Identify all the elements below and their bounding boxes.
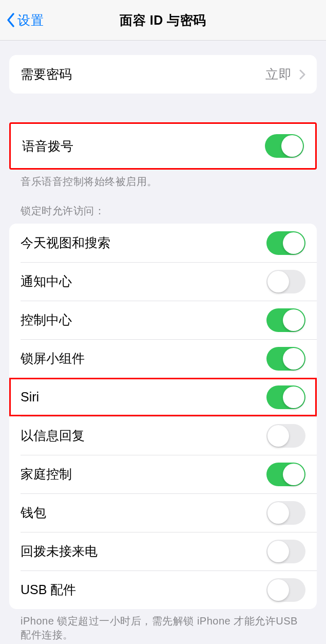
require-passcode-row[interactable]: 需要密码 立即 bbox=[9, 55, 317, 94]
locked-access-label: 家庭控制 bbox=[21, 466, 72, 483]
locked-access-toggle[interactable] bbox=[266, 463, 305, 486]
require-passcode-group: 需要密码 立即 bbox=[9, 55, 317, 94]
page-title: 面容 ID 与密码 bbox=[120, 12, 206, 29]
locked-access-row: 通知中心 bbox=[9, 262, 317, 301]
locked-access-row: 锁屏小组件 bbox=[9, 339, 317, 378]
locked-access-label: 钱包 bbox=[21, 504, 46, 521]
locked-access-row: 钱包 bbox=[9, 493, 317, 532]
locked-access-header: 锁定时允许访问： bbox=[9, 204, 317, 218]
locked-access-toggle[interactable] bbox=[266, 501, 305, 525]
locked-access-label: 回拨未接来电 bbox=[21, 543, 98, 560]
locked-access-label: 通知中心 bbox=[21, 273, 72, 290]
locked-access-label: USB 配件 bbox=[21, 581, 76, 598]
require-passcode-label: 需要密码 bbox=[21, 66, 72, 83]
locked-access-row: Siri bbox=[9, 378, 317, 416]
locked-access-label: 控制中心 bbox=[21, 311, 72, 328]
locked-access-toggle[interactable] bbox=[266, 231, 305, 255]
back-button[interactable]: 设置 bbox=[6, 0, 44, 40]
locked-access-row: 以信息回复 bbox=[9, 416, 317, 455]
locked-access-group: 今天视图和搜索通知中心控制中心锁屏小组件Siri以信息回复家庭控制钱包回拨未接来… bbox=[9, 224, 317, 609]
locked-access-row: USB 配件 bbox=[9, 571, 317, 609]
locked-access-toggle[interactable] bbox=[266, 270, 305, 293]
row-value-container: 立即 bbox=[265, 66, 305, 83]
locked-access-toggle[interactable] bbox=[266, 540, 305, 563]
locked-access-row: 回拨未接来电 bbox=[9, 532, 317, 571]
chevron-right-icon bbox=[299, 69, 305, 80]
locked-access-row: 今天视图和搜索 bbox=[9, 224, 317, 262]
voice-dial-toggle[interactable] bbox=[265, 134, 304, 158]
navigation-bar: 设置 面容 ID 与密码 bbox=[0, 0, 326, 41]
locked-access-label: Siri bbox=[21, 390, 39, 404]
locked-access-toggle[interactable] bbox=[266, 578, 305, 602]
locked-access-row: 控制中心 bbox=[9, 301, 317, 339]
chevron-left-icon bbox=[6, 12, 15, 28]
locked-access-label: 以信息回复 bbox=[21, 427, 85, 444]
locked-access-toggle[interactable] bbox=[266, 347, 305, 371]
voice-dial-row: 语音拨号 bbox=[11, 127, 315, 165]
locked-access-toggle[interactable] bbox=[266, 385, 305, 409]
locked-access-label: 锁屏小组件 bbox=[21, 350, 85, 367]
locked-access-footer: iPhone 锁定超过一小时后，需先解锁 iPhone 才能允许USB 配件连接… bbox=[9, 609, 317, 642]
voice-dial-footer: 音乐语音控制将始终被启用。 bbox=[9, 170, 317, 189]
locked-access-toggle[interactable] bbox=[266, 308, 305, 332]
require-passcode-value: 立即 bbox=[265, 66, 292, 83]
voice-dial-label: 语音拨号 bbox=[22, 138, 73, 155]
locked-access-label: 今天视图和搜索 bbox=[21, 234, 110, 251]
locked-access-toggle[interactable] bbox=[266, 424, 305, 448]
voice-dial-group: 语音拨号 bbox=[9, 122, 317, 170]
locked-access-row: 家庭控制 bbox=[9, 455, 317, 493]
back-label: 设置 bbox=[17, 12, 44, 29]
